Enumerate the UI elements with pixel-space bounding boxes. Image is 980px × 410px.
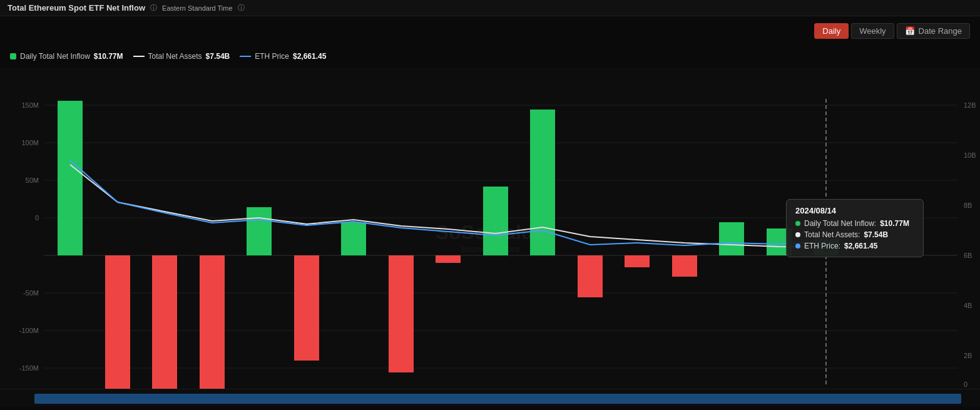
bar-6	[341, 222, 366, 255]
page-title: Total Ethereum Spot ETF Net Inflow	[8, 3, 145, 13]
chart-svg: 150M 100M 50M 0 -50M -100M -150M 12B 10B…	[0, 68, 980, 406]
calendar-icon: 📅	[905, 26, 915, 36]
svg-text:-100M: -100M	[19, 327, 39, 334]
bar-8	[436, 255, 461, 263]
svg-text:8B: 8B	[964, 202, 972, 209]
svg-text:0: 0	[35, 214, 39, 222]
weekly-tab-button[interactable]: Weekly	[851, 23, 894, 39]
bar-13	[672, 255, 697, 277]
svg-text:-150M: -150M	[19, 364, 39, 372]
legend-eth-price: ETH Price $2,661.45	[240, 52, 326, 61]
svg-text:2B: 2B	[964, 352, 972, 359]
bar-7	[389, 255, 414, 372]
bar-4	[247, 207, 272, 255]
header-bar: Total Ethereum Spot ETF Net Inflow ⓘ Eas…	[0, 0, 980, 16]
svg-text:-50M: -50M	[23, 289, 39, 297]
bar-12	[625, 255, 650, 267]
legend-assets: Total Net Assets $7.54B	[133, 52, 230, 61]
bar-5	[294, 255, 319, 361]
svg-text:10B: 10B	[964, 151, 976, 159]
bar-9	[483, 187, 508, 255]
svg-text:150M: 150M	[21, 101, 39, 109]
bar-15	[767, 228, 792, 255]
bar-0	[58, 101, 83, 255]
svg-text:12B: 12B	[964, 101, 976, 109]
chart-container: 150M 100M 50M 0 -50M -100M -150M 12B 10B…	[0, 68, 980, 406]
svg-text:6B: 6B	[964, 252, 972, 259]
bar-1	[105, 255, 130, 406]
eth-legend-icon	[240, 56, 251, 57]
bar-3	[200, 255, 225, 406]
svg-text:50M: 50M	[26, 177, 39, 184]
svg-text:0: 0	[964, 381, 967, 388]
inflow-legend-icon	[10, 53, 16, 59]
timezone-info-icon: ⓘ	[238, 3, 245, 13]
daily-tab-button[interactable]: Daily	[814, 23, 849, 39]
bar-14	[719, 222, 744, 255]
bar-11	[578, 255, 603, 297]
legend-inflow: Daily Total Net Inflow $10.77M	[10, 52, 123, 61]
title-info-icon: ⓘ	[150, 3, 157, 13]
date-range-button[interactable]: 📅 Date Range	[897, 23, 970, 39]
assets-line	[70, 165, 826, 247]
assets-legend-icon	[133, 56, 145, 57]
timezone-label: Eastern Standard Time	[162, 4, 233, 12]
minimap-scroll-bar[interactable]	[34, 394, 961, 404]
svg-text:4B: 4B	[964, 302, 972, 309]
eth-price-line	[70, 160, 826, 245]
toolbar: Daily Weekly 📅 Date Range	[0, 16, 980, 45]
chart-legend: Daily Total Net Inflow $10.77M Total Net…	[0, 45, 980, 68]
svg-text:100M: 100M	[21, 139, 39, 146]
bar-2	[152, 255, 177, 406]
chart-minimap[interactable]	[0, 389, 980, 406]
